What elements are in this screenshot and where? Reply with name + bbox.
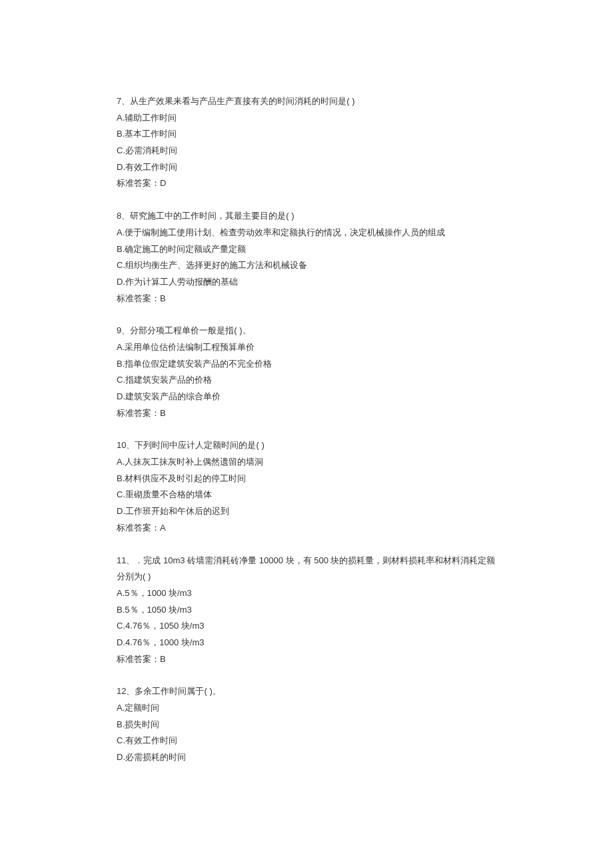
question-stem: 8、研究施工中的工作时间，其最主要目的是( ) [117, 208, 496, 225]
question-option: B.材料供应不及时引起的停工时间 [117, 471, 496, 487]
question-stem: 11、．完成 10m3 砖墙需消耗砖净量 10000 块，有 500 块的损耗量… [117, 553, 496, 585]
question-option: A.辅助工作时间 [117, 110, 496, 127]
question-option: D.有效工作时间 [117, 159, 496, 176]
question-option: B.指单位假定建筑安装产品的不完全价格 [117, 356, 496, 373]
answer-label: 标准答案： [117, 523, 160, 533]
question-stem: 9、分部分项工程单价一般是指( )。 [117, 323, 496, 339]
question-block: 9、分部分项工程单价一般是指( )。 A.采用单位估价法编制工程预算单价 B.指… [117, 323, 496, 421]
answer-label: 标准答案： [117, 178, 160, 188]
question-number: 10、 [117, 440, 135, 450]
answer-value: D [160, 178, 166, 188]
question-option: C.有效工作时间 [117, 733, 496, 749]
question-block: 11、．完成 10m3 砖墙需消耗砖净量 10000 块，有 500 块的损耗量… [117, 553, 496, 668]
answer-value: B [160, 654, 166, 664]
question-option: D.工作班开始和午休后的迟到 [117, 503, 496, 520]
question-option: A.采用单位估价法编制工程预算单价 [117, 339, 496, 356]
question-number: 9、 [117, 325, 130, 335]
question-option: A.5％，1000 块/m3 [117, 585, 496, 602]
question-text: 多余工作时间属于( )。 [135, 686, 221, 696]
answer-label: 标准答案： [117, 654, 160, 664]
question-option: B.基本工作时间 [117, 126, 496, 143]
question-option: C.重砌质量不合格的墙体 [117, 487, 496, 503]
question-stem: 10、下列时间中应计人定额时间的是( ) [117, 437, 496, 454]
question-text: 下列时间中应计人定额时间的是( ) [135, 440, 264, 450]
question-block: 10、下列时间中应计人定额时间的是( ) A.人抹灰工抹灰时补上偶然遗留的墙洞 … [117, 437, 496, 536]
question-option: B.5％，1050 块/m3 [117, 602, 496, 619]
answer-line: 标准答案：B [117, 651, 496, 668]
question-option: C.指建筑安装产品的价格 [117, 372, 496, 389]
question-option: A.定额时间 [117, 700, 496, 717]
question-option: D.必需损耗的时间 [117, 749, 496, 766]
question-option: D.4.76％，1000 块/m3 [117, 635, 496, 651]
answer-value: B [160, 408, 166, 418]
question-number: 12、 [117, 686, 135, 696]
document-page: 7、从生产效果来看与产品生产直接有关的时间消耗的时间是( ) A.辅助工作时间 … [0, 0, 613, 835]
question-number: 7、 [117, 96, 130, 106]
question-block: 12、多余工作时间属于( )。 A.定额时间 B.损失时间 C.有效工作时间 D… [117, 683, 496, 765]
answer-value: B [160, 293, 166, 303]
question-stem: 7、从生产效果来看与产品生产直接有关的时间消耗的时间是( ) [117, 93, 496, 110]
answer-line: 标准答案：B [117, 291, 496, 307]
question-number: 8、 [117, 211, 130, 221]
question-option: B.确定施工的时间定额或产量定额 [117, 241, 496, 258]
question-number: 11、 [117, 555, 135, 565]
question-option: D.作为计算工人劳动报酬的基础 [117, 274, 496, 291]
question-text: 从生产效果来看与产品生产直接有关的时间消耗的时间是( ) [130, 96, 354, 106]
question-option: B.损失时间 [117, 717, 496, 733]
answer-value: A [160, 523, 166, 533]
answer-line: 标准答案：A [117, 520, 496, 537]
question-option: C.必需消耗时间 [117, 143, 496, 159]
question-text: 研究施工中的工作时间，其最主要目的是( ) [130, 211, 294, 221]
question-block: 7、从生产效果来看与产品生产直接有关的时间消耗的时间是( ) A.辅助工作时间 … [117, 93, 496, 192]
question-text: ．完成 10m3 砖墙需消耗砖净量 10000 块，有 500 块的损耗量，则材… [117, 555, 496, 582]
answer-line: 标准答案：B [117, 405, 496, 422]
answer-line: 标准答案：D [117, 175, 496, 192]
question-option: A.人抹灰工抹灰时补上偶然遗留的墙洞 [117, 454, 496, 471]
question-option: C.组织均衡生产、选择更好的施工方法和机械设备 [117, 257, 496, 274]
question-stem: 12、多余工作时间属于( )。 [117, 683, 496, 700]
answer-label: 标准答案： [117, 408, 160, 418]
question-option: C.4.76％，1050 块/m3 [117, 618, 496, 635]
question-text: 分部分项工程单价一般是指( )。 [130, 325, 251, 335]
answer-label: 标准答案： [117, 293, 160, 303]
question-block: 8、研究施工中的工作时间，其最主要目的是( ) A.便于编制施工使用计划、检查劳… [117, 208, 496, 307]
question-option: A.便于编制施工使用计划、检查劳动效率和定额执行的情况，决定机械操作人员的组成 [117, 225, 496, 241]
question-option: D.建筑安装产品的综合单价 [117, 389, 496, 405]
